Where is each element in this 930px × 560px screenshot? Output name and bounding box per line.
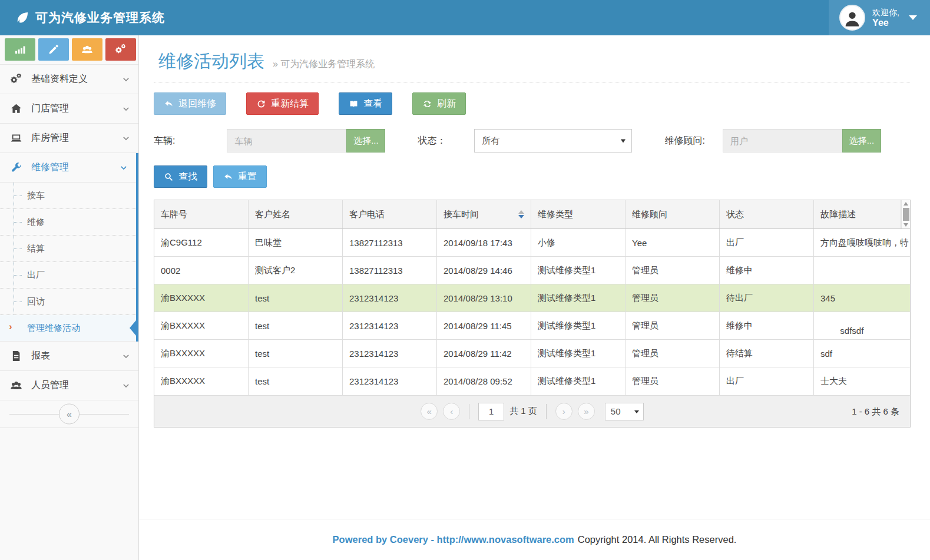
column-header-label: 客户电话 <box>349 209 385 220</box>
powered-by-link[interactable]: Powered by Coevery - http://www.novasoft… <box>333 534 574 545</box>
quick-button-statistics[interactable] <box>5 38 35 61</box>
return-repair-button[interactable]: 退回维修 <box>154 92 226 115</box>
sort-icon[interactable] <box>518 210 524 218</box>
footer: Powered by Coevery - http://www.novasoft… <box>139 519 930 560</box>
cell-customer-phone: 2312314123 <box>343 340 437 367</box>
reset-button[interactable]: 重置 <box>213 165 267 188</box>
sidebar-collapse-row: « <box>0 400 138 428</box>
scroll-thumb[interactable] <box>903 208 909 221</box>
copyright-text: Copyright 2014. All Rights Reserved. <box>578 534 737 545</box>
column-header-label: 维修顾问 <box>632 209 667 220</box>
quick-button-users[interactable] <box>72 38 102 61</box>
caret-down-icon <box>634 410 639 413</box>
cell-plate: 渝BXXXXX <box>154 367 249 395</box>
sidebar-item-reports[interactable]: 报表 <box>0 342 138 371</box>
cell-repair-type: 测试维修类型1 <box>531 367 625 395</box>
scroll-up-icon[interactable] <box>903 202 908 206</box>
cell-customer-name: 测试客户2 <box>249 257 343 284</box>
cell-fault-description <box>814 257 911 284</box>
sidebar: 基础资料定义 门店管理 库房管理 维修管理 接车 维修 <box>0 35 139 560</box>
page-size-select[interactable]: 50 <box>605 403 644 420</box>
table-row[interactable]: 渝BXXXXXtest23123141232014/08/29 11:42测试维… <box>154 340 910 367</box>
top-header: 可为汽修业务管理系统 欢迎你, Yee <box>0 0 930 35</box>
prev-page-button[interactable]: ‹ <box>443 403 460 420</box>
cycle-refresh-icon <box>422 99 432 109</box>
sidebar-item-warehouse-mgmt[interactable]: 库房管理 <box>0 124 138 153</box>
quick-buttons <box>0 35 138 65</box>
quick-button-edit[interactable] <box>38 38 69 61</box>
submenu-item-intake[interactable]: 接车 <box>0 183 136 209</box>
table-row[interactable]: 渝BXXXXXtest23123141232014/08/29 11:45测试维… <box>154 312 910 340</box>
next-page-button[interactable]: › <box>555 403 572 420</box>
cell-status: 出厂 <box>720 367 814 395</box>
toolbar: 退回维修 重新结算 查看 刷新 <box>154 92 910 115</box>
cell-fault-description: 345 <box>814 284 911 312</box>
cell-status: 待出厂 <box>720 284 814 312</box>
cell-intake-time: 2014/08/29 14:46 <box>437 257 531 284</box>
table-row[interactable]: 渝C9G112巴味堂138271123132014/09/18 17:43小修Y… <box>154 229 910 257</box>
chevron-down-icon <box>122 105 130 113</box>
resettle-button[interactable]: 重新结算 <box>246 92 319 115</box>
search-row: 查找 重置 <box>154 165 910 188</box>
cell-customer-name: test <box>249 367 343 395</box>
cell-intake-time: 2014/09/18 17:43 <box>437 229 531 256</box>
breadcrumb: » 可为汽修业务管理系统 <box>273 58 375 71</box>
welcome-text: 欢迎你, Yee <box>872 8 899 28</box>
cell-plate: 渝C9G112 <box>154 229 249 256</box>
submenu-item-followup[interactable]: 回访 <box>0 289 136 315</box>
view-button[interactable]: 查看 <box>339 92 392 115</box>
column-header-customer-phone[interactable]: 客户电话 <box>343 200 437 228</box>
scroll-down-icon[interactable] <box>903 223 908 227</box>
sidebar-item-personnel-mgmt[interactable]: 人员管理 <box>0 371 138 400</box>
column-header-advisor[interactable]: 维修顾问 <box>625 200 720 228</box>
sidebar-item-label: 库房管理 <box>31 132 122 144</box>
cell-plate: 渝BXXXXX <box>154 312 249 339</box>
filter-row: 车辆: 选择... 状态： 所有 维修顾问: 选择... <box>154 129 910 153</box>
column-header-plate[interactable]: 车牌号 <box>154 200 249 228</box>
collapse-sidebar-button[interactable]: « <box>59 404 80 425</box>
user-menu[interactable]: 欢迎你, Yee <box>829 0 930 35</box>
submenu-item-settlement[interactable]: 结算 <box>0 236 136 262</box>
column-header-label: 状态 <box>726 209 744 220</box>
app-brand[interactable]: 可为汽修业务管理系统 <box>0 9 165 26</box>
gears-icon <box>10 73 22 85</box>
cell-fault-description: 士大夫 <box>814 367 911 395</box>
column-header-repair-type[interactable]: 维修类型 <box>531 200 625 228</box>
column-header-intake-time[interactable]: 接车时间 <box>437 200 531 228</box>
search-button[interactable]: 查找 <box>154 165 207 188</box>
table-row[interactable]: 0002测试客户2138271123132014/08/29 14:46测试维修… <box>154 257 910 284</box>
column-header-customer-name[interactable]: 客户姓名 <box>249 200 343 228</box>
column-header-label: 维修类型 <box>538 209 573 220</box>
pagination-bar: « ‹ 共 1 页 › » 50 1 - 6 共 6 条 <box>154 395 910 427</box>
quick-button-settings[interactable] <box>105 38 136 61</box>
column-header-label: 客户姓名 <box>255 209 290 220</box>
advisor-input[interactable] <box>723 129 842 153</box>
table-row[interactable]: 渝BXXXXXtest23123141232014/08/28 09:52测试维… <box>154 367 910 395</box>
column-header-fault-description[interactable]: 故障描述 <box>814 200 901 228</box>
status-select[interactable]: 所有 <box>474 129 632 153</box>
submenu-item-departure[interactable]: 出厂 <box>0 262 136 289</box>
column-header-label: 接车时间 <box>444 209 479 220</box>
book-icon <box>349 99 359 109</box>
cell-status: 出厂 <box>720 229 814 256</box>
cell-customer-phone: 13827112313 <box>343 257 437 284</box>
page-number-input[interactable] <box>478 403 504 420</box>
vehicle-input[interactable] <box>227 129 346 153</box>
leaf-logo-icon <box>15 11 29 25</box>
table-row[interactable]: 渝BXXXXXtest23123141232014/08/29 13:10测试维… <box>154 284 910 312</box>
submenu-item-repair[interactable]: 维修 <box>0 209 136 236</box>
sidebar-item-repair-mgmt[interactable]: 维修管理 <box>0 153 136 183</box>
advisor-select-button[interactable]: 选择... <box>842 129 881 153</box>
sidebar-item-basic-data[interactable]: 基础资料定义 <box>0 65 138 94</box>
submenu-item-manage-repair-activities[interactable]: › 管理维修活动 <box>0 315 136 342</box>
first-page-button[interactable]: « <box>421 403 438 420</box>
cell-repair-type: 测试维修类型1 <box>531 340 625 367</box>
column-header-status[interactable]: 状态 <box>720 200 814 228</box>
cell-repair-type: 小修 <box>531 229 625 256</box>
last-page-button[interactable]: » <box>578 403 595 420</box>
pencil-icon <box>48 44 59 55</box>
refresh-button[interactable]: 刷新 <box>412 92 466 115</box>
sidebar-item-store-mgmt[interactable]: 门店管理 <box>0 94 138 124</box>
vehicle-select-button[interactable]: 选择... <box>346 129 385 153</box>
grid-scrollbar[interactable] <box>901 200 910 228</box>
